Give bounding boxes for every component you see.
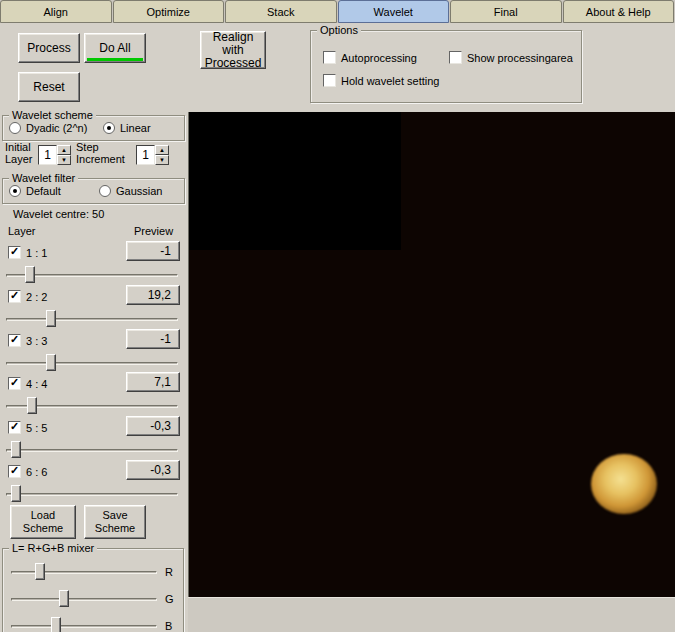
step-increment-up-icon[interactable]: ▲: [155, 145, 169, 155]
slider-thumb[interactable]: [35, 563, 45, 580]
step-increment-spinner[interactable]: 1 ▲ ▼: [136, 145, 169, 165]
layer-2-checkbox[interactable]: ✓ 2 : 2: [8, 290, 47, 303]
check-icon: ✓: [10, 376, 19, 389]
layer-1-slider[interactable]: [6, 266, 178, 284]
slider-thumb[interactable]: [59, 590, 69, 607]
save-scheme-label-line1: Save: [102, 509, 127, 522]
layer-5-value-button[interactable]: -0,3: [126, 416, 180, 436]
radio-gaussian[interactable]: Gaussian: [99, 185, 162, 197]
tab-wavelet[interactable]: Wavelet: [338, 0, 450, 23]
layer-3-checkbox[interactable]: ✓ 3 : 3: [8, 334, 47, 347]
autoprocessing-label: Autoprocessing: [341, 52, 417, 64]
layer-6-checkbox[interactable]: ✓ 6 : 6: [8, 465, 47, 478]
layer-4-slider[interactable]: [6, 397, 178, 415]
radio-default-circle[interactable]: [9, 185, 21, 197]
wavelet-filter-title: Wavelet filter: [9, 172, 78, 184]
initial-layer-down-icon[interactable]: ▼: [57, 155, 71, 165]
layer-row-4: ✓ 4 : 4 7,1: [0, 371, 188, 413]
layer-2-slider[interactable]: [6, 310, 178, 328]
layer-5-checkbox[interactable]: ✓ 5 : 5: [8, 421, 47, 434]
registax-window: Align Optimize Stack Wavelet Final About…: [0, 0, 675, 632]
slider-thumb[interactable]: [25, 266, 35, 283]
tab-optimize[interactable]: Optimize: [113, 0, 225, 23]
check-icon: ✓: [10, 245, 19, 258]
layer-row-6: ✓ 6 : 6 -0,3: [0, 459, 188, 501]
wavelet-panel: Wavelet scheme Dyadic (2^n) Linear Initi…: [0, 110, 188, 632]
radio-dyadic[interactable]: Dyadic (2^n): [9, 122, 87, 134]
mixer-r-label: R: [165, 566, 173, 578]
autoprocessing-checkbox[interactable]: Autoprocessing: [323, 51, 417, 64]
layer-3-checkbox-box[interactable]: ✓: [8, 334, 21, 347]
layer-5-label: 5 : 5: [26, 422, 47, 434]
initial-layer-value[interactable]: 1: [38, 145, 57, 165]
step-increment-value[interactable]: 1: [136, 145, 155, 165]
layer-4-checkbox-box[interactable]: ✓: [8, 377, 21, 390]
layer-row-5: ✓ 5 : 5 -0,3: [0, 415, 188, 457]
autoprocessing-checkbox-box[interactable]: [323, 51, 336, 64]
tab-stack[interactable]: Stack: [225, 0, 337, 23]
layer-3-slider[interactable]: [6, 354, 178, 372]
save-scheme-button[interactable]: Save Scheme: [84, 505, 146, 539]
hold-wavelet-setting-checkbox[interactable]: Hold wavelet setting: [323, 74, 439, 87]
layer-row-2: ✓ 2 : 2 19,2: [0, 284, 188, 326]
radio-default[interactable]: Default: [9, 185, 61, 197]
check-icon: ✓: [10, 333, 19, 346]
mixer-g-slider[interactable]: [11, 590, 157, 608]
mixer-b-slider[interactable]: [11, 617, 157, 632]
layer-1-value-button[interactable]: -1: [126, 241, 180, 261]
slider-thumb[interactable]: [46, 310, 56, 327]
radio-gaussian-circle[interactable]: [99, 185, 111, 197]
radio-gaussian-label: Gaussian: [116, 185, 162, 197]
layer-1-checkbox-box[interactable]: ✓: [8, 246, 21, 259]
hold-wavelet-setting-checkbox-box[interactable]: [323, 74, 336, 87]
layer-3-label: 3 : 3: [26, 335, 47, 347]
slider-track: [6, 449, 178, 452]
show-processingarea-checkbox-box[interactable]: [449, 51, 462, 64]
process-button[interactable]: Process: [18, 33, 80, 63]
layer-6-checkbox-box[interactable]: ✓: [8, 465, 21, 478]
load-scheme-label-line1: Load: [31, 509, 55, 522]
show-processingarea-checkbox[interactable]: Show processingarea: [449, 51, 573, 64]
layer-2-checkbox-box[interactable]: ✓: [8, 290, 21, 303]
slider-thumb[interactable]: [51, 617, 61, 632]
tab-about-help[interactable]: About & Help: [563, 0, 675, 23]
layer-4-value-button[interactable]: 7,1: [126, 372, 180, 392]
step-increment-down-icon[interactable]: ▼: [155, 155, 169, 165]
image-black-region: [189, 112, 401, 250]
slider-track: [6, 362, 178, 365]
reset-button[interactable]: Reset: [18, 72, 80, 102]
load-scheme-button[interactable]: Load Scheme: [10, 505, 76, 539]
bottom-strip: [188, 597, 675, 632]
layer-4-label: 4 : 4: [26, 378, 47, 390]
initial-layer-spinner[interactable]: 1 ▲ ▼: [38, 145, 71, 165]
initial-layer-up-icon[interactable]: ▲: [57, 145, 71, 155]
do-all-button[interactable]: Do All: [84, 33, 146, 63]
do-all-progress-indicator: [87, 58, 143, 61]
check-icon: ✓: [10, 289, 19, 302]
layer-5-checkbox-box[interactable]: ✓: [8, 421, 21, 434]
slider-thumb[interactable]: [46, 354, 56, 371]
layer-2-value-button[interactable]: 19,2: [126, 285, 180, 305]
layer-4-checkbox[interactable]: ✓ 4 : 4: [8, 377, 47, 390]
mixer-r-slider[interactable]: [11, 563, 157, 581]
layer-5-slider[interactable]: [6, 441, 178, 459]
tab-align[interactable]: Align: [0, 0, 112, 23]
realign-label-line1: Realign with: [201, 31, 265, 57]
layer-6-slider[interactable]: [6, 485, 178, 503]
wavelet-scheme-title: Wavelet scheme: [9, 110, 96, 121]
layer-3-value-button[interactable]: -1: [126, 329, 180, 349]
radio-linear[interactable]: Linear: [103, 122, 151, 134]
radio-linear-circle[interactable]: [103, 122, 115, 134]
tab-bar: Align Optimize Stack Wavelet Final About…: [0, 0, 675, 23]
realign-with-processed-button[interactable]: Realign with Processed: [200, 31, 266, 69]
slider-thumb[interactable]: [27, 397, 37, 414]
layer-6-value-button[interactable]: -0,3: [126, 460, 180, 480]
radio-dyadic-circle[interactable]: [9, 122, 21, 134]
slider-thumb[interactable]: [11, 441, 21, 458]
mixer-b-label: B: [165, 620, 172, 632]
slider-thumb[interactable]: [11, 485, 21, 502]
preview-column-header: Preview: [134, 225, 173, 237]
image-view[interactable]: [188, 112, 675, 597]
layer-1-checkbox[interactable]: ✓ 1 : 1: [8, 246, 47, 259]
tab-final[interactable]: Final: [450, 0, 562, 23]
